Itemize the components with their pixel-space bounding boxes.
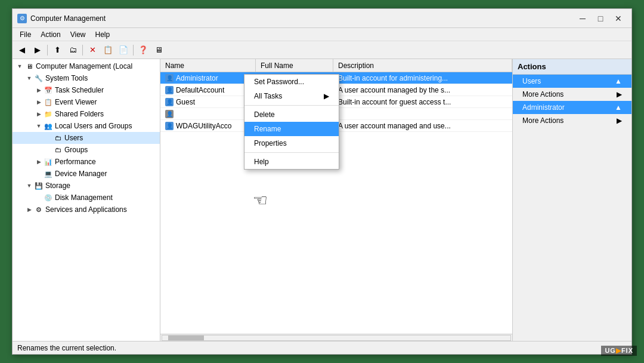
menu-file[interactable]: File: [15, 29, 36, 40]
cell-name-text: Guest: [176, 98, 195, 106]
ctx-label: Help: [254, 158, 269, 166]
perf-icon: 📊: [44, 157, 53, 167]
actions-more-actions-admin[interactable]: More Actions ▶: [513, 114, 631, 127]
expander-icon: ▼: [24, 181, 34, 190]
tree-item-local-users-groups[interactable]: ▼ 👥 Local Users and Groups: [13, 120, 160, 132]
title-buttons: ─ □ ✕: [574, 11, 627, 26]
ctx-set-password[interactable]: Set Password...: [244, 75, 339, 89]
close-button[interactable]: ✕: [610, 11, 627, 26]
actions-administrator-header[interactable]: Administrator ▲: [513, 101, 631, 114]
tree-item-computer-management[interactable]: ▼ 🖥 Computer Management (Local: [13, 60, 160, 72]
toolbar: ◀ ▶ ⬆ 🗂 ✕ 📋 📄 ❓ 🖥: [13, 41, 631, 59]
col-header-name[interactable]: Name: [160, 59, 256, 72]
tree-label: Performance: [55, 158, 96, 166]
up-button[interactable]: ⬆: [50, 44, 64, 57]
tree-item-services-apps[interactable]: ▶ ⚙ Services and Applications: [13, 204, 160, 216]
scrollbar-thumb[interactable]: [168, 336, 204, 340]
maximize-button[interactable]: □: [592, 11, 609, 26]
ctx-help[interactable]: Help: [244, 155, 339, 169]
toolbar-separator-2: [82, 45, 83, 56]
ctx-separator-2: [244, 152, 339, 153]
minimize-button[interactable]: ─: [574, 11, 591, 26]
tree-label: Disk Management: [55, 193, 113, 202]
user-folder-icon: 🗀: [53, 133, 63, 143]
new-button[interactable]: 📄: [116, 44, 131, 57]
tree-item-event-viewer[interactable]: ▶ 📋 Event Viewer: [13, 96, 160, 108]
scrollbar-track[interactable]: [162, 335, 511, 341]
menu-view[interactable]: View: [66, 29, 91, 40]
delete-button[interactable]: ✕: [85, 44, 100, 57]
forward-button[interactable]: ▶: [30, 44, 45, 57]
actions-users-header[interactable]: Users ▲: [513, 75, 631, 88]
menu-action[interactable]: Action: [36, 29, 65, 40]
properties-button[interactable]: 📋: [101, 44, 115, 57]
actions-header: Actions: [513, 59, 631, 75]
menu-help[interactable]: Help: [91, 29, 115, 40]
arrow-right-icon: ▶: [617, 90, 622, 99]
arrow-right-icon: ▶: [617, 116, 622, 125]
ctx-all-tasks[interactable]: All Tasks ▶: [244, 89, 339, 103]
tree-label: Local Users and Groups: [55, 122, 132, 130]
cell-name: 👤: [160, 109, 256, 119]
cell-name-text: Administrator: [176, 74, 218, 82]
actions-section-label: Users: [522, 77, 541, 85]
window-title: Computer Management: [30, 14, 574, 23]
toolbar-separator-1: [47, 45, 48, 56]
expander-icon: [34, 169, 44, 179]
tree-item-shared-folders[interactable]: ▶ 📁 Shared Folders: [13, 108, 160, 120]
cell-name-text: WDAGUtilityAcco: [176, 122, 231, 130]
back-button[interactable]: ◀: [15, 44, 29, 57]
main-content: ▼ 🖥 Computer Management (Local ▼ 🔧 Syste…: [13, 59, 631, 341]
tree-item-task-scheduler[interactable]: ▶ 📅 Task Scheduler: [13, 84, 160, 96]
actions-panel: Actions Users ▲ More Actions ▶ Administr…: [512, 59, 631, 341]
tree-label: Users: [64, 134, 83, 142]
user-avatar-icon: 👤: [165, 98, 174, 106]
tree-item-device-manager[interactable]: 💻 Device Manager: [13, 168, 160, 180]
col-header-desc[interactable]: Description: [333, 59, 512, 72]
tree-label: Event Viewer: [55, 98, 97, 106]
computer-icon: 🖥: [24, 61, 34, 71]
scheduler-icon: 📅: [44, 85, 53, 95]
ctx-label: All Tasks: [254, 92, 282, 100]
cell-desc: Built-in account for guest access t...: [333, 97, 512, 107]
tree-label: Storage: [45, 182, 70, 190]
tree-item-users[interactable]: 🗀 Users: [13, 132, 160, 144]
tree-panel[interactable]: ▼ 🖥 Computer Management (Local ▼ 🔧 Syste…: [13, 59, 160, 341]
expander-icon: ▶: [34, 109, 44, 119]
ctx-properties[interactable]: Properties: [244, 136, 339, 150]
cell-name: 👤 Administrator: [160, 73, 256, 84]
actions-item-label: More Actions: [522, 90, 564, 99]
monitor-button[interactable]: 🖥: [151, 44, 166, 57]
ctx-label: Delete: [254, 110, 275, 119]
actions-more-actions-users[interactable]: More Actions ▶: [513, 88, 631, 101]
window-icon: ⚙: [17, 14, 27, 23]
cell-desc: [333, 113, 512, 115]
groups-folder-icon: 🗀: [53, 145, 63, 155]
user-avatar-icon: 👤: [165, 110, 174, 118]
ctx-rename[interactable]: Rename: [244, 122, 339, 136]
disk-icon: 💿: [44, 193, 53, 202]
ctx-delete[interactable]: Delete: [244, 107, 339, 122]
users-icon: 👥: [44, 121, 53, 131]
show-hide-button[interactable]: 🗂: [66, 44, 80, 57]
tree-label: Task Scheduler: [55, 86, 104, 94]
expander-icon: [34, 193, 44, 202]
tree-label: Groups: [64, 146, 88, 154]
tree-item-groups[interactable]: 🗀 Groups: [13, 144, 160, 156]
device-icon: 💻: [44, 169, 53, 179]
title-bar: ⚙ Computer Management ─ □ ✕: [13, 9, 631, 28]
tree-item-disk-management[interactable]: 💿 Disk Management: [13, 192, 160, 204]
expander-icon: ▶: [34, 85, 44, 95]
cell-name-text: DefaultAccount: [176, 86, 224, 94]
storage-icon: 💾: [34, 181, 44, 190]
col-header-fullname[interactable]: Full Name: [256, 59, 333, 72]
horizontal-scrollbar[interactable]: [160, 334, 512, 341]
toolbar-separator-3: [133, 45, 134, 56]
tree-item-system-tools[interactable]: ▼ 🔧 System Tools: [13, 72, 160, 84]
help-button[interactable]: ❓: [136, 44, 150, 57]
services-icon: ⚙: [34, 205, 44, 214]
tree-item-storage[interactable]: ▼ 💾 Storage: [13, 180, 160, 192]
tree-item-performance[interactable]: ▶ 📊 Performance: [13, 156, 160, 168]
user-avatar-icon: 👤: [165, 122, 174, 130]
user-avatar-icon: 👤: [165, 86, 174, 94]
